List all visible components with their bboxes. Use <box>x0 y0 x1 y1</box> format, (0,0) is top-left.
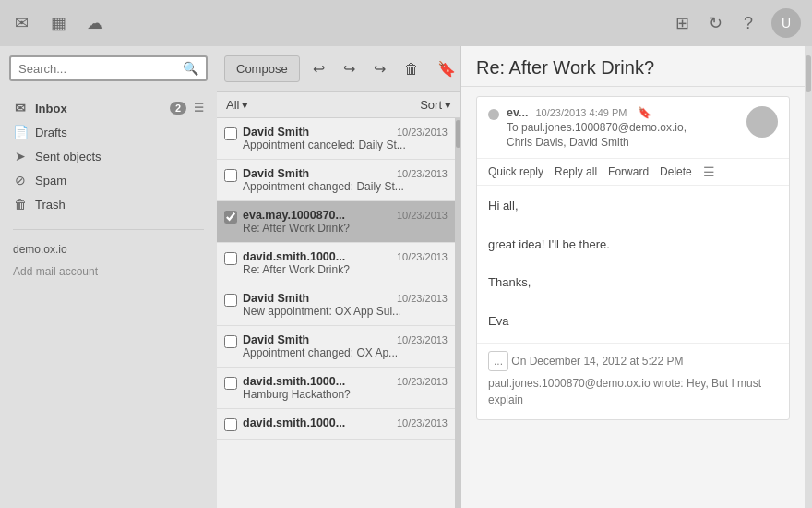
avatar[interactable]: U <box>771 8 801 38</box>
email-checkbox[interactable] <box>224 418 237 431</box>
email-list-item[interactable]: David Smith 10/23/2013 New appointment: … <box>217 284 455 326</box>
quick-reply-button[interactable]: Quick reply <box>488 165 543 178</box>
drafts-icon: 📄 <box>13 125 28 139</box>
email-list-item[interactable]: David Smith 10/23/2013 Appointment chang… <box>217 160 455 201</box>
reading-pane: Re: After Work Drink? ev... 10/23/2013 4… <box>461 46 805 508</box>
sidebar-item-inbox[interactable]: ✉ Inbox 2 ☰ <box>0 96 217 120</box>
bookmark-button[interactable]: 🔖 <box>432 56 461 81</box>
list-icon: ☰ <box>194 102 204 115</box>
email-list-item[interactable]: david.smith.1000... 10/23/2013 <box>217 409 455 440</box>
delete-button[interactable]: Delete <box>660 165 692 178</box>
reply-all-button[interactable]: Reply all <box>555 165 597 178</box>
email-message: ev... 10/23/2013 4:49 PM 🔖 To paul.jones… <box>476 96 790 420</box>
email-sender: David Smith <box>243 292 309 305</box>
email-quote: ... On December 14, 2012 at 5:22 PM paul… <box>477 343 789 419</box>
cloud-icon[interactable]: ☁ <box>85 13 105 33</box>
reading-pane-scrollbar[interactable] <box>805 46 812 508</box>
email-checkbox[interactable] <box>224 169 237 182</box>
sidebar-item-label: Drafts <box>35 126 204 139</box>
email-sender: eva.may.1000870... <box>243 209 345 222</box>
quote-expand-button[interactable]: ... <box>488 351 508 371</box>
sidebar-item-spam[interactable]: ⊘ Spam <box>0 168 217 192</box>
email-sender: David Smith <box>243 126 309 139</box>
grid-icon[interactable]: ⊞ <box>672 13 692 33</box>
main-layout: 🔍 ✉ Inbox 2 ☰ 📄 Drafts ➤ Sent objects ⊘ … <box>0 46 812 508</box>
reply-all-button[interactable]: ↪ <box>338 56 361 81</box>
email-date: 10/23/2013 <box>397 168 448 179</box>
email-date: 10/23/2013 <box>397 334 448 345</box>
email-sender: david.smith.1000... <box>243 250 345 263</box>
sidebar-item-label: Spam <box>35 174 204 187</box>
email-text-body: Hi all, great idea! I'll be there. Thank… <box>477 186 789 343</box>
email-list-filter: All Sort <box>217 92 460 118</box>
scrollbar-thumb <box>806 55 811 92</box>
email-subject: New appointment: OX App Sui... <box>243 305 448 318</box>
email-subject-title: Re: After Work Drink? <box>461 46 805 87</box>
email-subject: Appointment changed: OX Ap... <box>243 346 448 359</box>
email-item-content: David Smith 10/23/2013 Appointment chang… <box>243 333 448 359</box>
email-body: ev... 10/23/2013 4:49 PM 🔖 To paul.jones… <box>461 87 805 508</box>
email-list: David Smith 10/23/2013 Appointment cance… <box>217 118 455 508</box>
email-checkbox[interactable] <box>224 127 237 140</box>
email-subject: Appointment changed: Daily St... <box>243 180 448 193</box>
mail-icon[interactable]: ✉ <box>11 13 31 33</box>
email-date: 10/23/2013 <box>397 251 448 262</box>
bookmark-icon[interactable]: 🔖 <box>638 106 651 119</box>
email-checkbox[interactable] <box>224 252 237 265</box>
email-checkbox[interactable] <box>224 211 237 224</box>
email-actions: Quick reply Reply all Forward Delete ☰ <box>477 159 789 186</box>
sidebar-item-sent[interactable]: ➤ Sent objects <box>0 144 217 168</box>
email-list-toolbar: Compose ↩ ↪ ↪ 🗑 🔖 ▬ ☰ View <box>217 46 460 92</box>
sidebar-item-drafts[interactable]: 📄 Drafts <box>0 120 217 144</box>
email-date: 10/23/2013 <box>397 127 448 138</box>
trash-icon: 🗑 <box>13 197 28 212</box>
search-bar: 🔍 <box>9 55 208 81</box>
add-mail-account-link[interactable]: Add mail account <box>0 261 217 282</box>
delete-button[interactable]: 🗑 <box>399 57 424 81</box>
filter-sort-button[interactable]: Sort <box>420 98 451 112</box>
list-scrollbar[interactable] <box>455 118 460 508</box>
filter-all-chevron-icon <box>242 98 248 112</box>
email-checkbox[interactable] <box>224 294 237 307</box>
sidebar-item-trash[interactable]: 🗑 Trash <box>0 192 217 216</box>
topbar-left: ✉ ▦ ☁ <box>11 13 105 33</box>
sidebar-account: demo.ox.io <box>0 237 217 261</box>
email-message-header: ev... 10/23/2013 4:49 PM 🔖 To paul.jones… <box>477 97 789 159</box>
spam-icon: ⊘ <box>13 173 28 187</box>
email-list-item[interactable]: David Smith 10/23/2013 Appointment chang… <box>217 326 455 368</box>
sidebar-item-label: Inbox <box>35 102 162 115</box>
email-list-item[interactable]: eva.may.1000870... 10/23/2013 Re: After … <box>217 201 455 243</box>
more-actions-icon[interactable]: ☰ <box>703 164 715 179</box>
quote-text: On December 14, 2012 at 5:22 PM paul.jon… <box>488 355 761 406</box>
filter-all-button[interactable]: All <box>226 98 248 112</box>
topbar: ✉ ▦ ☁ ⊞ ↻ ? U <box>0 0 812 46</box>
email-checkbox[interactable] <box>224 377 237 390</box>
email-list-item[interactable]: david.smith.1000... 10/23/2013 Hamburg H… <box>217 368 455 409</box>
email-sender: David Smith <box>243 167 309 180</box>
email-subject: Re: After Work Drink? <box>243 222 448 235</box>
search-icon[interactable]: 🔍 <box>183 61 198 76</box>
help-icon[interactable]: ? <box>738 13 758 33</box>
email-cc-line: Chris Davis, David Smith <box>507 136 739 149</box>
forward-button[interactable]: ↪ <box>368 56 391 81</box>
forward-button[interactable]: Forward <box>608 165 649 178</box>
topbar-right: ⊞ ↻ ? U <box>672 8 801 38</box>
search-input[interactable] <box>18 62 183 76</box>
email-list-item[interactable]: david.smith.1000... 10/23/2013 Re: After… <box>217 243 455 284</box>
refresh-icon[interactable]: ↻ <box>705 13 725 33</box>
calendar-icon[interactable]: ▦ <box>48 13 68 33</box>
reply-button[interactable]: ↩ <box>307 56 330 81</box>
compose-button[interactable]: Compose <box>224 55 300 82</box>
sent-icon: ➤ <box>13 149 28 163</box>
sidebar: 🔍 ✉ Inbox 2 ☰ 📄 Drafts ➤ Sent objects ⊘ … <box>0 46 217 508</box>
email-to-line: To paul.jones.1000870@demo.ox.io, <box>507 121 739 134</box>
inbox-icon: ✉ <box>13 101 28 115</box>
email-checkbox[interactable] <box>224 335 237 348</box>
email-from-short: ev... <box>507 106 528 119</box>
email-sender: david.smith.1000... <box>243 375 345 388</box>
filter-sort-chevron-icon <box>445 98 451 112</box>
email-date: 10/23/2013 <box>397 376 448 387</box>
email-list-item[interactable]: David Smith 10/23/2013 Appointment cance… <box>217 118 455 160</box>
email-item-content: eva.may.1000870... 10/23/2013 Re: After … <box>243 209 448 235</box>
email-date: 10/23/2013 <box>397 293 448 304</box>
